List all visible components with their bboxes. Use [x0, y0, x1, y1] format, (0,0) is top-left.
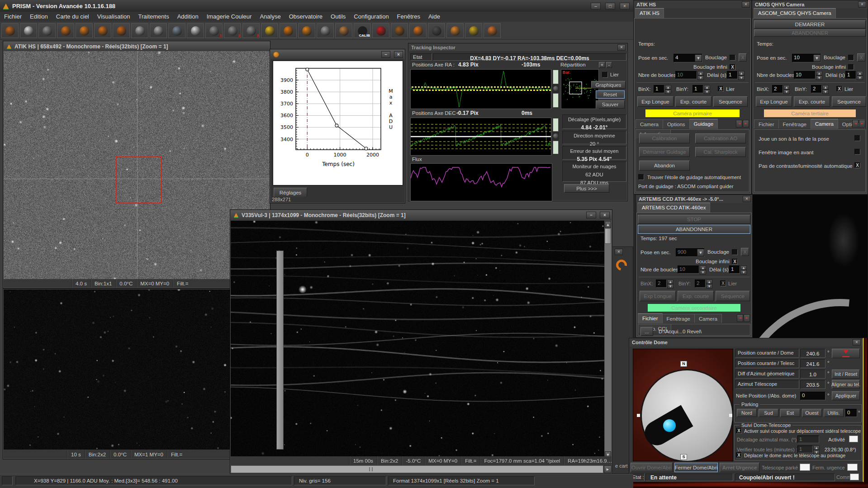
- calibration-button[interactable]: Calibration: [639, 133, 690, 143]
- close-button[interactable]: ×: [620, 3, 630, 9]
- menu-analyse[interactable]: Analyse: [256, 12, 285, 22]
- bouclage-checkbox[interactable]: [732, 249, 738, 255]
- biny-spinner[interactable]: ▲▼: [706, 280, 712, 288]
- v335-vscroll-thumb[interactable]: [605, 228, 611, 244]
- boucles-field[interactable]: 10: [678, 265, 699, 274]
- reglages-button[interactable]: Réglages: [274, 188, 307, 197]
- v335-hscroll-grip[interactable]: [369, 467, 373, 471]
- binx-field[interactable]: 2: [656, 280, 667, 288]
- menu-addition[interactable]: Addition: [173, 12, 203, 22]
- zoom-in-icon[interactable]: [150, 23, 167, 38]
- tab-camera[interactable]: Camera: [636, 119, 663, 128]
- exp-courte-button[interactable]: Exp. courte: [675, 96, 711, 107]
- lier-checkbox[interactable]: [602, 72, 608, 78]
- menu-fen-tres[interactable]: Fenêtres: [393, 12, 424, 22]
- binx-field[interactable]: 2: [772, 85, 783, 93]
- exp-longue-button[interactable]: Exp Longue: [640, 291, 676, 301]
- move-dome-checkbox[interactable]: [736, 452, 742, 458]
- sequence-button[interactable]: Sequence: [713, 96, 748, 107]
- star-field-icon[interactable]: [317, 23, 334, 38]
- reset-button[interactable]: Reset: [596, 90, 625, 99]
- frame-capture-icon[interactable]: [168, 23, 185, 38]
- minimize-button[interactable]: –: [591, 3, 601, 9]
- maximize-button[interactable]: □: [605, 3, 615, 9]
- graph-window-titlebar[interactable]: – ×: [270, 50, 404, 59]
- boucles-field[interactable]: 10: [794, 71, 816, 79]
- atik-window-titlebar[interactable]: ATIK HS | 658x492 - Monochrome - Réels(3…: [4, 42, 270, 51]
- plus-more-button[interactable]: Plus >>>: [564, 184, 609, 193]
- telescope-icon[interactable]: [261, 23, 278, 38]
- pose-combo[interactable]: 900▼: [676, 248, 705, 257]
- curve-fit-icon[interactable]: [446, 23, 464, 38]
- dec-az-field[interactable]: 1: [797, 436, 819, 443]
- tab-fen-trage[interactable]: Fenêtrage: [778, 119, 811, 128]
- drop-icon[interactable]: [280, 23, 297, 38]
- pose-combo[interactable]: 4▼: [674, 54, 702, 62]
- tab-ascom-qhy5[interactable]: ASCOM_CMOS QHY5 Camera: [754, 8, 836, 18]
- menu-visualisation[interactable]: Visualisation: [93, 12, 134, 22]
- exp-courte-button[interactable]: Exp. courte: [794, 96, 830, 107]
- pose-dropdown-arrow[interactable]: ▼: [813, 55, 820, 62]
- sphere-icon[interactable]: [113, 23, 130, 38]
- tab-camera[interactable]: Camera: [694, 314, 722, 323]
- tab-scroll-left-icon[interactable]: ◄: [737, 314, 743, 322]
- exp-longue-button[interactable]: Exp Longue: [637, 96, 674, 107]
- calib-icon[interactable]: CALIB: [354, 23, 371, 38]
- abandon-button[interactable]: Abandon: [639, 161, 690, 171]
- parking-utilis-button[interactable]: Utilis.: [824, 409, 844, 417]
- repartition-plus-button[interactable]: +: [599, 62, 605, 68]
- biny-spinner[interactable]: ▲▼: [822, 85, 829, 93]
- rotate-red-icon[interactable]: [372, 23, 389, 38]
- parking-field[interactable]: 0: [845, 409, 857, 417]
- abandonner-button[interactable]: ABANDONNER: [754, 29, 866, 37]
- comet-icon[interactable]: [391, 23, 408, 38]
- tab-scroll-right-icon[interactable]: ►: [743, 120, 749, 128]
- v335-vertical-scrollbar[interactable]: ▲ ▼: [604, 221, 612, 459]
- biny-field[interactable]: 2: [695, 280, 706, 288]
- find-star-checkbox[interactable]: [638, 174, 644, 180]
- bouclage-checkbox[interactable]: [730, 55, 735, 61]
- flip-curve-icon[interactable]: [94, 23, 111, 38]
- zoom-out-icon[interactable]: [131, 23, 148, 38]
- lier-checkbox[interactable]: [718, 86, 724, 92]
- wrench-disc-icon[interactable]: [335, 23, 352, 38]
- lier-checkbox[interactable]: [836, 86, 842, 92]
- tab-camera[interactable]: Camera: [811, 119, 838, 129]
- gears-icon[interactable]: [465, 23, 482, 38]
- option-checkbox-0[interactable]: [854, 135, 860, 141]
- screen-icon[interactable]: [428, 23, 445, 38]
- tab-options[interactable]: Options: [663, 119, 690, 128]
- blink-3-icon[interactable]: 3: [242, 23, 260, 38]
- bouclage-infini-checkbox[interactable]: [730, 64, 735, 70]
- delai-spinner[interactable]: ▲▼: [857, 71, 863, 79]
- tab-fen-trage[interactable]: Fenêtrage: [662, 314, 695, 323]
- ra-slider[interactable]: [552, 69, 559, 108]
- biny-field[interactable]: 2: [811, 85, 822, 93]
- tab-scroll-right-icon[interactable]: ►: [744, 314, 750, 322]
- dome-park-button[interactable]: [832, 349, 860, 358]
- pose-dropdown-arrow[interactable]: ▼: [697, 249, 704, 256]
- option-checkbox-1[interactable]: [854, 149, 860, 155]
- image-edit-icon[interactable]: [38, 23, 56, 38]
- biny-field[interactable]: 1: [693, 85, 703, 93]
- bouclage-infini-checkbox[interactable]: [732, 259, 738, 265]
- minimize-button[interactable]: –: [381, 51, 390, 58]
- close-icon[interactable]: ×: [853, 339, 861, 346]
- pose-dropdown-arrow[interactable]: ▼: [695, 55, 702, 62]
- close-icon[interactable]: ×: [858, 1, 866, 8]
- suivi-checkbox[interactable]: [736, 428, 742, 434]
- browse-button[interactable]: ...: [640, 327, 653, 336]
- tab-scroll-right-icon[interactable]: ►: [859, 120, 865, 128]
- demarrer-button[interactable]: DEMARRER: [754, 20, 866, 28]
- fermer-dome-abri-button[interactable]: Fermer Dome/Abri: [674, 463, 718, 472]
- info-icon[interactable]: [57, 23, 74, 38]
- menu-observatoire[interactable]: Observatoire: [285, 12, 327, 22]
- calibration-ao-button[interactable]: Calibration AO: [695, 133, 746, 143]
- tab-atik-hs[interactable]: ATIK HS: [635, 8, 664, 18]
- menu-edition[interactable]: Edition: [26, 12, 52, 22]
- nelle-position-field[interactable]: 0: [800, 392, 825, 400]
- tab-scroll-left-icon[interactable]: ◄: [736, 120, 742, 128]
- boucles-spinner[interactable]: ▲▼: [697, 71, 704, 79]
- lier-checkbox[interactable]: [720, 280, 726, 286]
- menu-carte-du-ciel[interactable]: Carte du ciel: [52, 12, 93, 22]
